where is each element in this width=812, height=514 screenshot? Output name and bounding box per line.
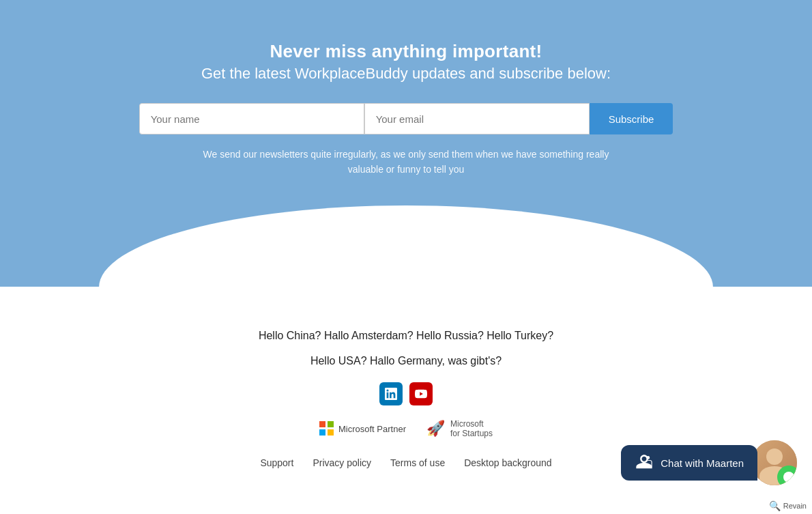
revain-label: Revain [783,502,807,510]
headline: Never miss anything important! Get the l… [201,41,611,83]
headline-line1: Never miss anything important! [201,41,611,62]
terms-link[interactable]: Terms of use [390,457,445,468]
ms-startup-text2: for Startups [450,429,493,438]
footer-links: Support Privacy policy Terms of use Desk… [260,457,551,468]
online-dot-inner [783,472,794,483]
ms-startup-text: Microsoft [450,419,484,429]
subscribe-button[interactable]: Subscribe [590,103,673,134]
youtube-icon[interactable] [409,382,433,405]
name-input[interactable] [139,103,364,134]
chat-avatar [751,439,798,487]
social-icons-row [379,382,433,405]
headline-line2: Get the latest WorkplaceBuddy updates an… [201,65,611,83]
chat-bubble[interactable]: Chat with Maarten [621,445,757,481]
microsoft-partner-logo: Microsoft Partner [319,421,406,436]
disclaimer-text: We send our newsletters quite irregularl… [188,147,624,177]
email-input[interactable] [364,103,590,134]
privacy-policy-link[interactable]: Privacy policy [313,457,371,468]
support-link[interactable]: Support [260,457,293,468]
chat-label: Chat with Maarten [661,457,744,469]
linkedin-icon[interactable] [379,382,403,405]
revain-icon: 🔍 [769,500,781,511]
greeting-line1: Hello China? Hallo Amsterdam? Hello Russ… [259,326,553,345]
dome-shape [99,205,713,287]
newsletter-section: Never miss anything important! Get the l… [0,0,812,287]
rocket-icon: 🚀 [426,420,445,438]
chat-widget[interactable]: Chat with Maarten [621,439,798,487]
teams-icon [635,453,654,472]
subscribe-form: Subscribe [139,103,673,134]
greeting-line2: Hello USA? Hallo Germany, was gibt's? [259,352,553,370]
ms-partner-text: Microsoft Partner [338,424,406,434]
revain-badge: 🔍 Revain [764,498,812,514]
partner-logos: Microsoft Partner 🚀 Microsoft for Startu… [319,419,493,438]
greeting-block: Hello China? Hallo Amsterdam? Hello Russ… [259,319,553,374]
ms-grid-icon [319,421,334,436]
desktop-bg-link[interactable]: Desktop background [464,457,551,468]
online-indicator [777,466,798,487]
microsoft-startups-logo: 🚀 Microsoft for Startups [426,419,493,438]
